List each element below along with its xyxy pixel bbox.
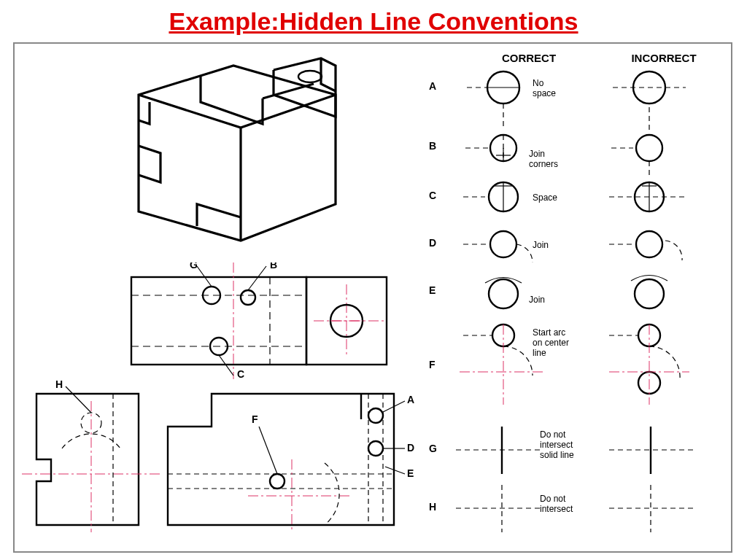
convention-table: CORRECT INCORRECT A No space B Join corn… bbox=[423, 47, 729, 551]
svg-text:on center: on center bbox=[533, 338, 569, 348]
left-view: H bbox=[22, 379, 160, 540]
callout-E: E bbox=[407, 467, 414, 479]
front-view: F A D E bbox=[160, 379, 416, 540]
svg-point-30 bbox=[368, 408, 383, 423]
rowA-letter: A bbox=[429, 80, 436, 92]
callout-C: C bbox=[237, 368, 244, 379]
top-view: G B C bbox=[124, 262, 401, 379]
svg-line-21 bbox=[66, 386, 91, 413]
svg-text:Do not: Do not bbox=[540, 494, 566, 504]
rowG-letter: G bbox=[429, 443, 437, 454]
svg-text:Space: Space bbox=[533, 192, 557, 203]
callout-D: D bbox=[407, 442, 414, 454]
svg-point-67 bbox=[489, 279, 518, 308]
callout-H: H bbox=[55, 379, 63, 390]
svg-point-0 bbox=[298, 71, 322, 82]
page-title: Example:Hidden Line Conventions bbox=[0, 0, 747, 39]
rowD-letter: D bbox=[429, 237, 436, 249]
svg-point-31 bbox=[368, 441, 383, 456]
rowC-letter: C bbox=[429, 190, 436, 201]
svg-point-62 bbox=[490, 231, 516, 257]
svg-point-29 bbox=[270, 474, 285, 489]
rowF-letter: F bbox=[429, 359, 436, 370]
rowA-note2: space bbox=[533, 88, 556, 98]
svg-text:Join: Join bbox=[529, 295, 545, 305]
svg-point-10 bbox=[241, 290, 255, 305]
callout-A: A bbox=[407, 394, 414, 405]
svg-text:Join: Join bbox=[533, 240, 549, 250]
svg-point-69 bbox=[635, 279, 664, 308]
svg-line-32 bbox=[259, 427, 277, 474]
svg-text:solid line: solid line bbox=[540, 450, 574, 460]
rowA-note1: No bbox=[533, 78, 544, 88]
svg-text:intersect: intersect bbox=[540, 504, 573, 514]
col-correct: CORRECT bbox=[502, 52, 556, 64]
rowE-letter: E bbox=[429, 284, 436, 296]
svg-line-15 bbox=[248, 266, 266, 290]
svg-text:corners: corners bbox=[529, 159, 558, 169]
callout-F: F bbox=[252, 413, 258, 425]
diagram-frame: G B C H F A D E CORRECT INCORRECT A No s… bbox=[13, 42, 732, 553]
svg-point-50 bbox=[636, 135, 662, 161]
callout-G: G bbox=[190, 262, 198, 271]
rowB-letter: B bbox=[429, 140, 436, 152]
col-incorrect: INCORRECT bbox=[631, 52, 696, 64]
svg-point-65 bbox=[636, 231, 662, 257]
svg-text:Join: Join bbox=[529, 149, 545, 159]
callout-B: B bbox=[270, 262, 277, 271]
svg-text:intersect: intersect bbox=[540, 440, 573, 450]
svg-text:Do not: Do not bbox=[540, 429, 566, 440]
isometric-part bbox=[95, 51, 372, 255]
svg-line-35 bbox=[385, 467, 405, 474]
svg-text:Start arc: Start arc bbox=[533, 327, 565, 338]
rowH-letter: H bbox=[429, 501, 436, 513]
svg-text:line: line bbox=[533, 348, 546, 358]
